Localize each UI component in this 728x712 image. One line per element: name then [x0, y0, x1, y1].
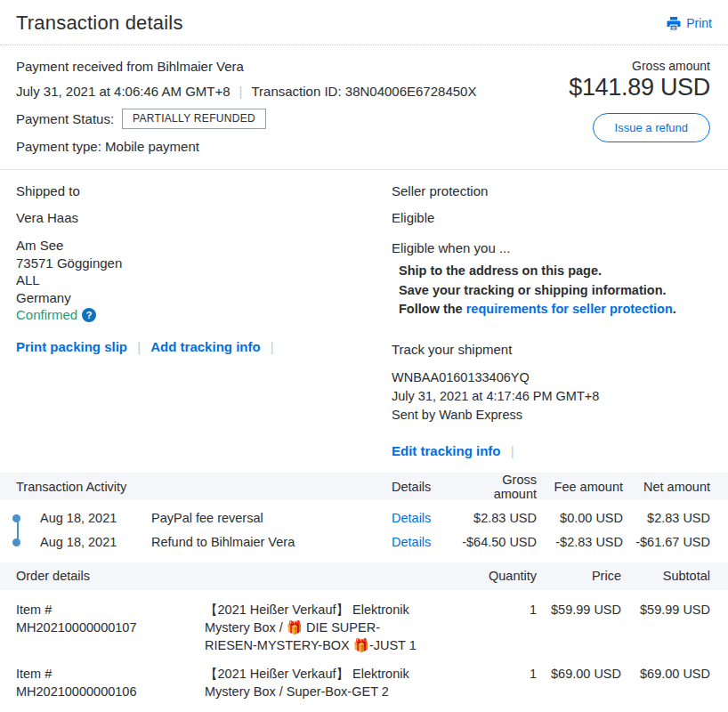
payment-received-from: Payment received from Bihlmaier Vera — [16, 59, 476, 74]
order-details-title: Order details — [16, 569, 205, 583]
condition-item: Save your tracking or shipping informati… — [399, 281, 710, 301]
eligible-when-intro: Eligible when you ... — [392, 240, 710, 255]
transaction-activity-header: Transaction Activity Details Gross amoun… — [0, 473, 728, 500]
activity-row: Aug 18, 2021 Refund to Bihlmaier Vera De… — [0, 530, 728, 554]
column-header-fee: Fee amount — [537, 480, 623, 494]
transaction-id: Transaction ID: 38N04006E6728450X — [251, 84, 476, 99]
link-divider: | — [271, 339, 274, 354]
shipped-to-title: Shipped to — [16, 183, 392, 198]
activity-date: Aug 18, 2021 — [40, 535, 151, 549]
tracking-date: July 31, 2021 at 4:17:46 PM GMT+8 — [392, 387, 710, 406]
seller-protection-requirements-link[interactable]: requirements for seller protection — [466, 302, 673, 316]
column-header-gross: Gross amount — [458, 473, 537, 501]
item-quantity: 1 — [425, 601, 537, 619]
details-link[interactable]: Details — [392, 535, 458, 549]
column-header-details: Details — [392, 480, 458, 494]
activity-row: Aug 18, 2021 PayPal fee reversal Details… — [0, 506, 728, 530]
column-header-price: Price — [537, 569, 621, 583]
item-number: Item # MH20210000000107 — [16, 601, 205, 636]
address-line: 73571 Göggingen — [16, 255, 392, 272]
item-quantity: 1 — [425, 665, 537, 683]
help-icon[interactable]: ? — [82, 308, 96, 322]
print-label: Print — [686, 16, 712, 30]
item-subtotal: $59.99 USD — [621, 601, 710, 619]
link-divider: | — [511, 443, 514, 458]
eligibility-conditions: Ship to the address on this page. Save y… — [399, 262, 710, 320]
address-line: Am See — [16, 237, 392, 255]
gross-amount-label: Gross amount — [569, 59, 710, 73]
seller-protection-status: Eligible — [392, 210, 710, 225]
activity-gross: $2.83 USD — [458, 511, 537, 525]
recipient-name: Vera Haas — [16, 210, 392, 225]
seller-protection-section: Seller protection Eligible Eligible when… — [392, 183, 710, 458]
activity-fee: $0.00 USD — [537, 511, 623, 525]
link-divider: | — [137, 339, 141, 354]
transaction-activity-title: Transaction Activity — [16, 480, 392, 494]
item-price: $69.00 USD — [537, 665, 621, 683]
details-link[interactable]: Details — [392, 511, 458, 525]
payment-status-badge: PARTIALLY REFUNDED — [122, 109, 266, 129]
address-line: ALL — [16, 271, 392, 289]
track-shipment-title: Track your shipment — [392, 342, 710, 357]
tracking-number: WNBAA0160133406YQ — [392, 368, 710, 387]
item-subtotal: $69.00 USD — [621, 665, 710, 683]
item-number: Item # MH20210000000106 — [16, 665, 205, 700]
column-header-net: Net amount — [623, 480, 710, 494]
order-item-row: Item # MH20210000000107 【2021 Heißer Ver… — [0, 590, 728, 654]
activity-net: $2.83 USD — [623, 511, 710, 525]
transaction-activity-rows: Aug 18, 2021 PayPal fee reversal Details… — [0, 500, 728, 562]
item-description: 【2021 Heißer Verkauf】 Elektronik Mystery… — [205, 601, 425, 654]
confirmed-label: Confirmed — [16, 307, 77, 322]
order-item-row: Item # MH20210000000106 【2021 Heißer Ver… — [0, 654, 728, 700]
condition-item: Ship to the address on this page. — [399, 262, 710, 281]
track-shipment-section: Track your shipment WNBAA0160133406YQ Ju… — [392, 342, 710, 458]
page-title: Transaction details — [16, 12, 183, 35]
activity-date: Aug 18, 2021 — [40, 511, 151, 525]
details-columns: Shipped to Vera Haas Am See 73571 Göggin… — [0, 170, 728, 473]
item-description: 【2021 Heißer Verkauf】 Elektronik Mystery… — [205, 665, 425, 700]
add-tracking-info-link[interactable]: Add tracking info — [150, 339, 260, 354]
shipped-to-section: Shipped to Vera Haas Am See 73571 Göggin… — [16, 183, 392, 458]
order-details-header: Order details Quantity Price Subtotal — [0, 562, 728, 590]
seller-protection-title: Seller protection — [392, 183, 710, 198]
address-line: Germany — [16, 289, 392, 307]
condition-item: Follow the requirements for seller prote… — [399, 300, 710, 320]
column-header-subtotal: Subtotal — [621, 569, 710, 583]
page-header: Transaction details Print — [0, 0, 728, 45]
activity-description: PayPal fee reversal — [151, 511, 392, 525]
print-packing-slip-link[interactable]: Print packing slip — [16, 339, 127, 354]
gross-amount-value: $141.89 USD — [569, 74, 710, 101]
printer-icon — [667, 17, 681, 30]
issue-refund-button[interactable]: Issue a refund — [593, 113, 710, 142]
print-button[interactable]: Print — [667, 16, 712, 30]
tracking-carrier: Sent by Wanb Express — [392, 406, 710, 425]
payment-status-label: Payment Status: — [16, 111, 114, 126]
payment-type: Payment type: Mobile payment — [16, 139, 476, 154]
payment-date: July 31, 2021 at 4:06:46 AM GMT+8 — [16, 84, 231, 99]
activity-fee: -$2.83 USD — [537, 535, 623, 549]
item-price: $59.99 USD — [537, 601, 621, 619]
timeline-connector — [17, 518, 19, 543]
column-header-quantity: Quantity — [425, 569, 537, 583]
vertical-divider: | — [239, 84, 243, 99]
activity-description: Refund to Bihlmaier Vera — [151, 535, 392, 549]
edit-tracking-info-link[interactable]: Edit tracking info — [392, 443, 501, 458]
address-confirmed-status: Confirmed ? — [16, 307, 392, 322]
activity-net: -$61.67 USD — [623, 535, 710, 549]
activity-gross: -$64.50 USD — [458, 535, 537, 549]
shipping-address: Am See 73571 Göggingen ALL Germany — [16, 237, 392, 306]
payment-summary: Payment received from Bihlmaier Vera Jul… — [0, 45, 728, 170]
